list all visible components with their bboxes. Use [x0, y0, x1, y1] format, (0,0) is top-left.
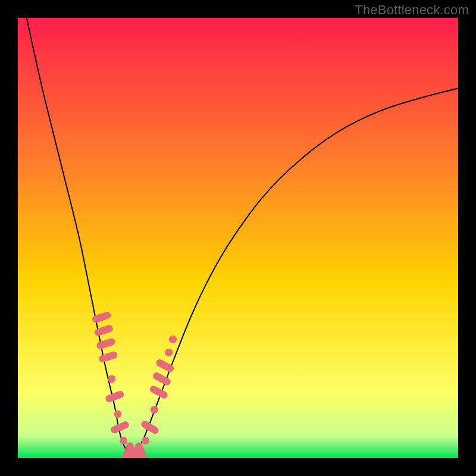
bottleneck-chart	[18, 18, 458, 458]
marker-dot	[142, 437, 149, 444]
chart-background	[18, 18, 458, 458]
chart-container: TheBottleneck.com	[0, 0, 476, 476]
marker-dot	[108, 375, 115, 383]
marker-dot	[165, 349, 173, 356]
marker-dot	[114, 411, 121, 418]
watermark-text: TheBottleneck.com	[355, 2, 469, 18]
marker-dot	[120, 437, 127, 444]
marker-dot	[169, 336, 177, 343]
marker-dot	[151, 406, 158, 414]
